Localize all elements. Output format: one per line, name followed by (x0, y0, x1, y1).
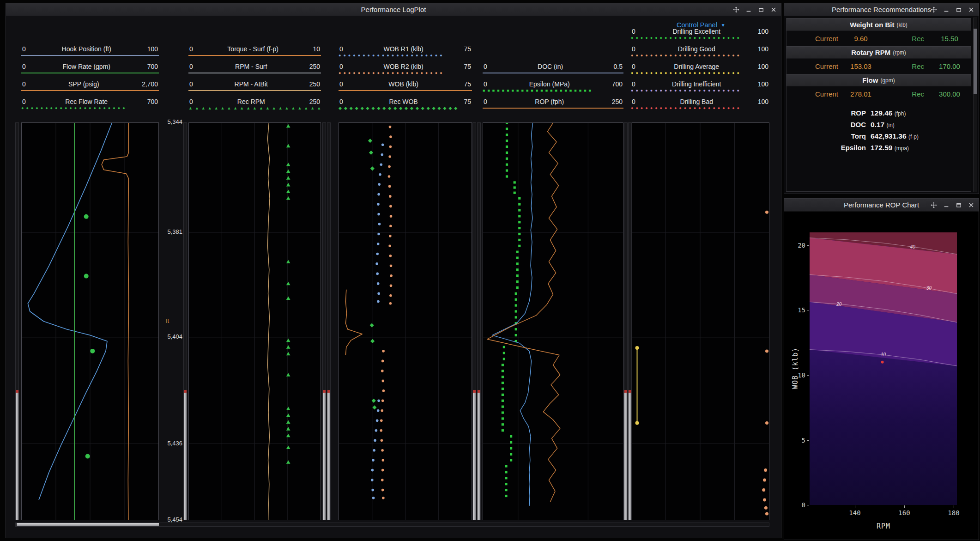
current-label: Current (786, 90, 838, 98)
scrollbar-thumb[interactable] (473, 393, 476, 520)
track4-scale-doc-in[interactable]: 0DOC (in)0.5 (483, 61, 623, 78)
track3-scale-wob-r1-klb[interactable]: 0WOB R1 (klb)75●●●●●●●●●●●●●●●●●●●●●● (339, 43, 472, 61)
track5-scale-drilling-inefficient[interactable]: 0Drilling Inefficient100●●●●●●●●●●●●●●●●… (631, 78, 769, 96)
scale-max: 100 (758, 63, 768, 70)
scale-line-solid (188, 73, 321, 73)
stat-doc: DOC 0.17 (in) (786, 119, 971, 130)
close-icon[interactable] (769, 6, 778, 14)
scale-line: ●●●●●●●●●●●●●●●●●●●●●●● (631, 53, 769, 59)
scale-text: 0WOB (klb)75 (339, 78, 472, 88)
track-vertical-scrollbar[interactable] (624, 122, 628, 520)
track3-scale-wob-klb[interactable]: 0WOB (klb)75 (339, 78, 472, 96)
section-title: Weight on Bit (850, 21, 894, 29)
scale-line: ■■■■■■■■■■■■■■■■■■■■■■■ (483, 88, 623, 94)
maximize-icon[interactable] (955, 201, 963, 209)
scale-text: 0Epsilon (MPa)700 (483, 78, 623, 88)
logplot-titlebar[interactable]: Performance LogPlot (6, 3, 781, 16)
track-vertical-scrollbar[interactable] (327, 122, 331, 520)
contour-label: 20 (836, 302, 842, 307)
scale-min: 0 (339, 98, 343, 105)
scale-min: 0 (339, 80, 343, 88)
track1-scale-spp-psig[interactable]: 0SPP (psig)2,700 (21, 78, 159, 96)
rop-y-tick: 20 (791, 242, 805, 249)
window-controls (930, 199, 975, 211)
scrollbar-thumb[interactable] (629, 393, 631, 520)
scrollbar-thumb[interactable] (624, 393, 627, 520)
track5-scale-drilling-bad[interactable]: 0Drilling Bad100●●●●●●●●●●●●●●●●●●●●●●● (631, 96, 769, 113)
track-vertical-scrollbar[interactable] (322, 122, 326, 520)
track5-plot (631, 122, 769, 520)
track4-scale-rop-fph[interactable]: 0ROP (fph)250 (483, 96, 623, 113)
move-icon[interactable] (930, 201, 938, 209)
move-icon[interactable] (732, 6, 740, 14)
track1-scale-rec-flow-rate[interactable]: 0Rec Flow Rate700●●●●●●●●●●●●●●●●●●●●●● (21, 96, 159, 113)
scrollbar-thumb[interactable] (184, 393, 187, 520)
scale-line-solid (188, 90, 321, 91)
tick-mark (807, 505, 809, 505)
section-values: Current 153.03 Rec 170.00 (786, 59, 971, 74)
close-icon[interactable] (967, 201, 975, 209)
rop-y-axis-label: WOB (klb) (791, 340, 799, 396)
scale-label: Torque - Surf (f-p) (227, 45, 278, 53)
performance-stats: ROP 129.46 (fph) DOC 0.17 (in) Torq 642,… (786, 107, 971, 153)
scale-max: 250 (309, 80, 320, 88)
move-icon[interactable] (930, 6, 938, 14)
scale-text: 0Flow Rate (gpm)700 (21, 61, 159, 70)
minimize-icon[interactable] (942, 201, 950, 209)
scrollbar-thumb[interactable] (974, 29, 977, 95)
track-vertical-scrollbar[interactable] (628, 122, 632, 520)
maximize-icon[interactable] (955, 6, 963, 14)
track-vertical-scrollbar[interactable] (472, 122, 476, 520)
scale-label: Rec Flow Rate (65, 98, 108, 105)
scale-label: RPM - AtBit (235, 80, 268, 88)
close-icon[interactable] (967, 6, 975, 14)
scrollbar-thumb[interactable] (478, 393, 480, 520)
depth-label: 5,381 (161, 228, 182, 235)
rop-chart-titlebar[interactable]: Performance ROP Chart (784, 199, 979, 212)
track2-scale-torque-surf-f-p[interactable]: 0Torque - Surf (f-p)10 (188, 43, 321, 61)
track3-scale-wob-r2-klb[interactable]: 0WOB R2 (klb)75●●●●●●●●●●●●●●●●●●●●●● (339, 61, 472, 78)
scale-max: 2,700 (142, 80, 158, 88)
track-vertical-scrollbar[interactable] (15, 122, 19, 520)
scale-min: 0 (632, 45, 635, 53)
scale-line-solid (483, 108, 623, 109)
scrollbar-thumb[interactable] (16, 393, 18, 520)
scale-min: 0 (22, 63, 26, 70)
scrollbar-thumb[interactable] (323, 393, 326, 520)
tick-mark (855, 505, 855, 508)
track4-scale-epsilon-mpa[interactable]: 0Epsilon (MPa)700■■■■■■■■■■■■■■■■■■■■■■■ (483, 78, 623, 96)
maximize-icon[interactable] (757, 6, 765, 14)
scale-label: Rec RPM (237, 98, 265, 105)
track5-scale-drilling-average[interactable]: 0Drilling Average100●●●●●●●●●●●●●●●●●●●●… (631, 61, 769, 78)
scale-min: 0 (632, 80, 635, 88)
horizontal-scrollbar[interactable] (15, 523, 769, 527)
stat-unit: (mpa) (895, 145, 909, 152)
rec-label: Rec (883, 90, 924, 98)
minimize-icon[interactable] (744, 6, 753, 14)
recommendations-scrollbar[interactable] (973, 18, 977, 192)
track-vertical-scrollbar[interactable] (183, 122, 187, 520)
scale-line (188, 53, 321, 59)
tick-mark (807, 310, 809, 310)
scroll-position-marker (473, 390, 476, 393)
scale-text: 0RPM - AtBit250 (188, 78, 321, 88)
track1-scale-hook-position-ft[interactable]: 0Hook Position (ft)100 (21, 43, 159, 61)
scrollbar-thumb[interactable] (327, 393, 330, 520)
track-vertical-scrollbar[interactable] (477, 122, 481, 520)
recommendations-titlebar[interactable]: Performance Recommendations (784, 3, 979, 16)
scale-label: Hook Position (ft) (62, 45, 111, 53)
track5-scale-drilling-excellent[interactable]: 0Drilling Excellent100●●●●●●●●●●●●●●●●●●… (631, 25, 769, 43)
scale-line: ●●●●●●●●●●●●●●●●●●●●●●● (631, 35, 769, 42)
track2-scale-rpm-atbit[interactable]: 0RPM - AtBit250 (188, 78, 321, 96)
track3-scale-rec-wob[interactable]: 0Rec WOB75◆◆◆◆◆◆◆◆◆◆◆◆◆◆◆◆◆◆◆◆◆◆ (339, 96, 472, 113)
track1-scale-flow-rate-gpm[interactable]: 0Flow Rate (gpm)700 (21, 61, 159, 78)
track2-scale-rec-rpm[interactable]: 0Rec RPM250▲▲▲▲▲▲▲▲▲▲▲▲▲▲▲▲▲▲▲▲▲▲ (188, 96, 321, 113)
current-operating-point (881, 361, 884, 364)
track2-scale-rpm-surf[interactable]: 0RPM - Surf250 (188, 61, 321, 78)
track5-scale-drilling-good[interactable]: 0Drilling Good100●●●●●●●●●●●●●●●●●●●●●●● (631, 43, 769, 61)
rop-y-tick: 10 (791, 371, 805, 379)
scale-line (188, 88, 321, 94)
minimize-icon[interactable] (942, 6, 950, 14)
horizontal-scrollbar-thumb[interactable] (17, 523, 159, 526)
scale-max: 700 (147, 63, 158, 70)
